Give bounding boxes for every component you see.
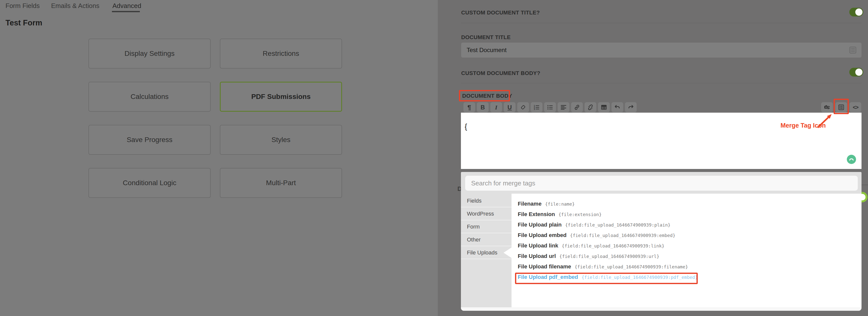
merge-tag-code: {field:file_upload_1646674900939:pdf_emb… [582,275,698,280]
category-fields[interactable]: Fields [461,194,512,207]
underline-icon: U [507,104,512,110]
custom-document-body-toggle[interactable] [849,68,863,76]
app-canvas: Form FieldsEmails & ActionsAdvanced Test… [0,0,868,316]
add-media-icon [824,104,830,110]
align-left-icon [560,104,567,110]
underline-button[interactable]: U [504,102,516,113]
category-wordpress[interactable]: WordPress [461,207,512,220]
merge-tag-item-file-upload-url[interactable]: File Upload url{field:file_upload_164667… [518,253,659,261]
merge-tag-label: File Upload link [518,243,558,249]
page-title: Test Form [5,19,42,27]
selected-category-wedge [503,248,512,258]
merge-tag-code: {field:file_upload_1646674900939:link} [562,243,664,249]
editor-content: { [465,123,467,131]
merge-tag-label: File Extension [518,211,555,218]
tab-emails-actions[interactable]: Emails & Actions [51,2,99,10]
tab-advanced[interactable]: Advanced [113,2,141,10]
eraser-icon [520,104,526,110]
italic-button[interactable]: I [490,102,502,113]
merge-tag-label: File Upload url [518,253,556,259]
section-divider [862,185,868,185]
merge-tag-item-file-upload-link[interactable]: File Upload link{field:file_upload_16466… [518,243,664,251]
merge-tag-label: Filename [518,200,541,207]
merge-tag-code: {field:file_upload_1646674900939:plain} [565,222,671,227]
merge-tag-label: File Upload embed [518,232,567,239]
svg-text:3: 3 [534,108,535,110]
pilcrow-icon: ¶ [467,104,471,110]
active-tab-underline [112,11,140,12]
ordered-list-icon: 123 [533,104,540,110]
merge-tags-dropdown: Filename{file:name}File Extension{file:e… [461,172,862,311]
document-body-label: DOCUMENT BODY [462,93,512,99]
custom-document-title-label: CUSTOM DOCUMENT TITLE? [461,9,540,16]
unordered-list-button[interactable] [544,102,556,113]
card-multi-part[interactable]: Multi-Part [220,168,342,198]
merge-tag-item-filename[interactable]: Filename{file:name} [518,200,575,209]
merge-tag-item-file-upload-filename[interactable]: File Upload filename{field:file_upload_1… [518,263,688,272]
document-body-editor[interactable]: { [461,113,862,169]
merge-tags-list: Filename{file:name}File Extension{file:e… [512,194,862,307]
code-button[interactable]: <> [849,102,861,113]
card-save-progress[interactable]: Save Progress [89,125,211,155]
redo-icon [627,104,634,110]
section-divider [461,23,862,23]
card-styles[interactable]: Styles [220,125,342,155]
merge-tag-code: {file:extension} [558,212,601,217]
category-form[interactable]: Form [461,220,512,233]
unlink-icon [587,104,594,110]
code-icon: <> [853,105,858,110]
merge-tag-label: File Upload plain [518,222,562,228]
merge-tag-code: {field:file_upload_1646674900939:embed} [570,233,676,238]
merge-tag-code: {file:name} [545,201,575,207]
merge-tags-button[interactable] [835,102,847,113]
merge-tag-label: File Upload filename [518,263,571,270]
toggle-knob [855,68,863,76]
annotation-arrow [815,112,836,130]
undo-button[interactable] [612,102,623,113]
tab-form-fields[interactable]: Form Fields [5,2,40,10]
merge-tag-item-file-upload-pdf-embed[interactable]: File Upload pdf_embed{field:file_upload_… [518,274,698,282]
merge-tag-code: {field:file_upload_1646674900939:filenam… [575,264,688,270]
merge-tags-icon[interactable] [848,46,857,54]
category-other[interactable]: Other [461,233,512,246]
merge-tag-item-file-extension[interactable]: File Extension{file:extension} [518,211,602,220]
add-media-button[interactable] [821,102,833,113]
align-left-button[interactable] [558,102,569,113]
pilcrow-button[interactable]: ¶ [463,102,475,113]
bold-icon: B [480,104,485,110]
card-display-settings[interactable]: Display Settings [89,39,211,68]
merge-tags-icon [838,104,844,110]
merge-tag-code: {field:file_upload_1646674900939:url} [559,254,659,259]
bold-button[interactable]: B [477,102,489,113]
document-title-label: DOCUMENT TITLE [461,34,511,41]
unordered-list-icon [547,104,553,110]
custom-document-body-label: CUSTOM DOCUMENT BODY? [461,70,540,76]
merge-tag-item-file-upload-plain[interactable]: File Upload plain{field:file_upload_1646… [518,222,671,230]
card-pdf-submissions[interactable]: PDF Submissions [220,82,342,112]
table-button[interactable] [598,102,610,113]
section-divider [461,83,862,83]
merge-tags-search-input[interactable] [465,176,858,191]
dropdown-footer [461,307,862,311]
card-calculations[interactable]: Calculations [89,82,211,112]
merge-tag-item-file-upload-embed[interactable]: File Upload embed{field:file_upload_1646… [518,232,675,241]
document-title-input[interactable] [461,42,862,58]
card-conditional-logic[interactable]: Conditional Logic [89,168,211,198]
card-restrictions[interactable]: Restrictions [220,39,342,68]
merge-tag-label: File Upload pdf_embed [518,274,578,280]
toggle-knob [855,8,863,16]
undo-icon [614,104,621,110]
unlink-button[interactable] [585,102,596,113]
italic-icon: I [495,104,497,110]
table-icon [600,104,607,110]
assistant-badge-icon [847,155,856,164]
link-icon [574,104,580,110]
ordered-list-button[interactable]: 123 [531,102,542,113]
link-button[interactable] [571,102,583,113]
eraser-button[interactable] [517,102,529,113]
custom-document-title-toggle[interactable] [849,8,863,17]
redo-button[interactable] [625,102,637,113]
